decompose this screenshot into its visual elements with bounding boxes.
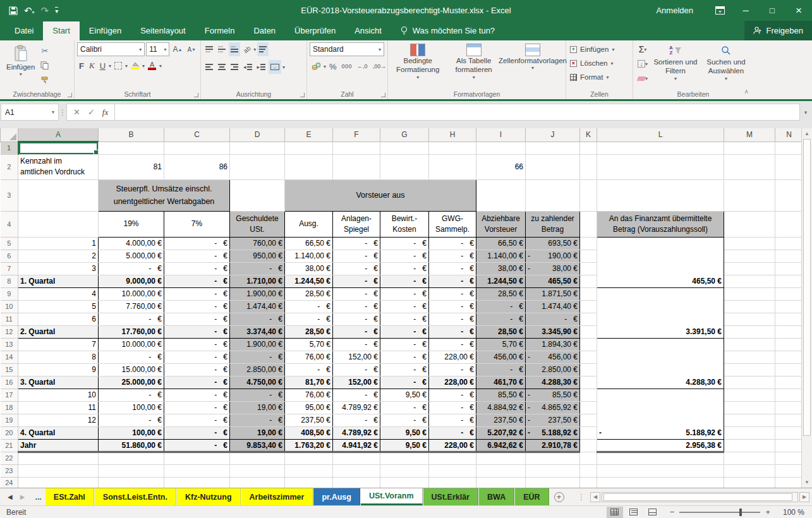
cell-H8[interactable]: - € [429,275,476,287]
row-header-15[interactable]: 15 [1,363,18,376]
zoom-slider[interactable] [679,512,760,513]
cell-I13[interactable]: 5,70 € [476,338,526,351]
cell-L1[interactable] [597,142,724,154]
row-header-14[interactable]: 14 [1,351,18,363]
cell-H23[interactable] [429,464,476,477]
name-box[interactable]: A1 ▾ [1,104,59,121]
cell-M21[interactable] [724,439,775,452]
collapse-ribbon-icon[interactable]: ˄ [744,88,748,95]
cell-F1[interactable] [333,142,380,154]
cell-C17[interactable]: - € [164,388,230,401]
cell-F18[interactable]: 4.789,92 € [333,401,380,414]
page-break-view-button[interactable] [645,507,661,518]
cell-M19[interactable] [724,414,775,426]
cell-A19[interactable]: 12 [18,414,99,426]
cell-J24[interactable] [526,477,580,488]
cell-E17[interactable]: 76,00 € [285,388,333,401]
redo-icon[interactable]: ↷ [41,6,49,15]
cell-H22[interactable] [429,452,476,464]
number-dialog-launcher[interactable] [381,93,385,97]
cell-E24[interactable] [285,477,333,488]
cell-L22[interactable] [597,452,724,464]
cell-C13[interactable]: - € [164,338,230,351]
alignment-dialog-launcher[interactable] [300,93,305,97]
column-header-L[interactable]: L [597,128,724,142]
row-header-3[interactable]: 3 [1,179,18,211]
cell-G8[interactable]: - € [380,275,429,287]
column-header-G[interactable]: G [380,128,429,142]
cell-B8[interactable]: 9.000,00 € [99,275,164,287]
cell-A9[interactable]: 4 [18,287,99,300]
cell-C19[interactable]: - € [164,414,230,426]
wrap-text-icon[interactable] [257,42,269,56]
tab-start[interactable]: Start [43,21,79,40]
find-select-button[interactable]: Suchen und Auswählen▾ [701,42,751,85]
cell-D14[interactable]: - € [230,351,285,363]
cancel-icon[interactable]: ✕ [73,107,80,117]
cell-D19[interactable]: - € [230,414,285,426]
cell-C23[interactable] [164,464,230,477]
row-header-16[interactable]: 16 [1,376,18,388]
cell-B4[interactable]: 19% [99,211,164,237]
customize-qat-icon[interactable]: ▾ [55,7,58,15]
cell-A8[interactable]: 1. Quartal [18,275,99,287]
cell-A6[interactable]: 2 [18,250,99,262]
cell-A21[interactable]: Jahr [18,439,99,452]
cell-F8[interactable]: - € [333,275,380,287]
cell-K13[interactable] [580,338,597,351]
cell-L4[interactable]: An das Finanzamt übermittelte Betrag (Vo… [597,211,724,237]
increase-decimal-icon[interactable]: ←,0 [355,59,370,73]
cell-F13[interactable]: - € [333,338,380,351]
cell-L14[interactable] [597,351,724,363]
cell-L20[interactable]: -5.188,92 € [597,426,724,439]
column-header-J[interactable]: J [526,128,580,142]
cell-G23[interactable] [380,464,429,477]
cell-L18[interactable] [597,401,724,414]
cell-M9[interactable] [724,287,775,300]
cell-K12[interactable] [580,325,597,338]
normal-view-button[interactable] [607,507,623,518]
cell-G12[interactable]: - € [380,325,429,338]
prev-sheet-icon[interactable]: ◀ [8,493,13,500]
align-center-icon[interactable] [216,60,227,74]
cell-B14[interactable]: - € [99,351,164,363]
cell-J5[interactable]: 693,50 € [526,237,580,250]
cell-L23[interactable] [597,464,724,477]
grow-font-icon[interactable]: A▲ [171,42,184,56]
cell-C8[interactable]: - € [164,275,230,287]
cell-J16[interactable]: 4.288,30 € [526,376,580,388]
cell-G16[interactable]: - € [380,376,429,388]
cell-H9[interactable]: - € [429,287,476,300]
cell-J4[interactable]: zu zahlender Betrag [526,211,580,237]
cell-E13[interactable]: 5,70 € [285,338,333,351]
cell-N21[interactable] [775,439,803,452]
cell-F2[interactable] [333,154,380,179]
zoom-level[interactable]: 100 % [779,508,804,517]
cell-G19[interactable]: - € [380,414,429,426]
cell-N14[interactable] [775,351,803,363]
cell-D3[interactable] [230,179,285,211]
cell-C15[interactable]: - € [164,363,230,376]
cell-M15[interactable] [724,363,775,376]
cell-I7[interactable]: 38,00 € [476,262,526,275]
cell-M12[interactable] [724,325,775,338]
row-header-23[interactable]: 23 [1,464,18,477]
cell-I10[interactable]: - € [476,300,526,313]
font-dialog-launcher[interactable] [194,93,198,97]
cell-M6[interactable] [724,250,775,262]
close-button[interactable]: × [785,0,812,21]
cell-I24[interactable] [476,477,526,488]
cell-M4[interactable] [724,211,775,237]
cell-A4[interactable] [18,211,99,237]
cell-D15[interactable]: 2.850,00 € [230,363,285,376]
cell-D5[interactable]: 760,00 € [230,237,285,250]
cell-G14[interactable]: - € [380,351,429,363]
row-header-10[interactable]: 10 [1,300,18,313]
cell-D1[interactable] [230,142,285,154]
cell-K17[interactable] [580,388,597,401]
row-header-20[interactable]: 20 [1,426,18,439]
paste-button[interactable]: Einfügen ▾ [3,42,39,87]
tab-einfügen[interactable]: Einfügen [80,21,131,40]
cell-E18[interactable]: 95,00 € [285,401,333,414]
cell-E12[interactable]: 28,50 € [285,325,333,338]
